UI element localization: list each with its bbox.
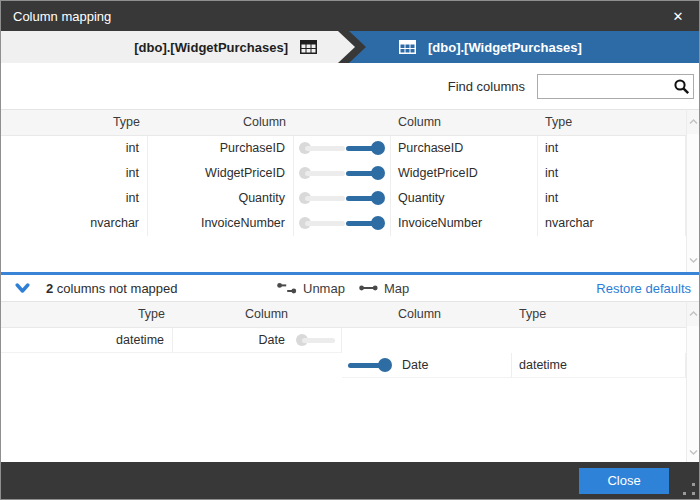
type-left: datetime [1, 328, 173, 353]
map-icon [359, 283, 378, 293]
table-breadcrumb: [dbo].[WidgetPurchases] [dbo].[WidgetPur… [1, 31, 699, 63]
header-type-right: Type [538, 110, 686, 135]
scroll-down-icon[interactable] [687, 439, 699, 464]
header-column-right: Column [391, 110, 538, 135]
chevron-down-icon [15, 283, 30, 294]
table-icon [399, 40, 416, 54]
close-button[interactable]: Close [579, 468, 669, 494]
close-icon[interactable]: ✕ [667, 5, 689, 27]
target-table-header: [dbo].[WidgetPurchases] [349, 31, 700, 63]
header-column-right: Column [391, 302, 512, 327]
search-icon[interactable] [673, 78, 690, 95]
type-right: int [538, 136, 686, 161]
column-left: Date [259, 328, 285, 353]
scroll-up-icon[interactable] [687, 301, 699, 326]
slider-track [305, 196, 345, 201]
title-bar: Column mapping ✕ [1, 1, 699, 31]
source-table-name: [dbo].[WidgetPurchases] [134, 40, 288, 55]
mapped-grid-header: Type Column Column Type [1, 109, 686, 136]
unmapped-columns-grid: Type Column Column Type datetime Date [1, 301, 699, 464]
slider-track [305, 221, 345, 226]
map-label: Map [384, 281, 409, 296]
header-column-left: Column [148, 110, 294, 135]
column-left: PurchaseID [148, 136, 294, 161]
unmap-icon [277, 282, 297, 295]
table-row: int PurchaseID PurchaseID int [1, 136, 686, 161]
column-right: PurchaseID [391, 136, 538, 161]
unmapped-grid-header: Type Column Column Type [1, 301, 686, 328]
mapping-slider-unmapped-right[interactable] [348, 357, 392, 373]
resize-grip[interactable] [683, 483, 695, 495]
mapping-slider-mapped[interactable] [299, 215, 385, 231]
column-mapping-dialog: Column mapping ✕ [dbo].[WidgetPurchases]… [0, 0, 700, 500]
table-icon [300, 40, 317, 54]
table-row: datetime Date [1, 328, 686, 353]
unmapped-count-text: 2 columns not mapped [46, 281, 178, 296]
find-columns-label: Find columns [448, 79, 525, 94]
search-box [537, 74, 694, 99]
column-left-cell: Date [173, 328, 342, 353]
column-right: Quantity [391, 186, 538, 211]
type-left: int [1, 136, 148, 161]
scrollbar-vertical[interactable] [686, 301, 699, 464]
type-right: datetime [512, 353, 686, 378]
column-left: Quantity [148, 186, 294, 211]
column-right: Date [402, 353, 428, 378]
footer-bar: Close [1, 462, 700, 499]
column-right: InvoiceNumber [391, 211, 538, 236]
unmapped-count: 2 [46, 281, 53, 296]
slider-handle[interactable] [371, 166, 385, 180]
slider-track [302, 338, 335, 343]
slider-blue-bar [348, 363, 382, 368]
source-table-header: [dbo].[WidgetPurchases] [1, 31, 355, 63]
slider-handle[interactable] [371, 141, 385, 155]
mapping-slider-mapped[interactable] [299, 165, 385, 181]
type-left: nvarchar [1, 211, 148, 236]
restore-defaults-link[interactable]: Restore defaults [596, 275, 691, 301]
type-right: int [538, 186, 686, 211]
table-row: nvarchar InvoiceNumber InvoiceNumber nva… [1, 211, 686, 236]
type-right: nvarchar [538, 211, 686, 236]
search-input[interactable] [537, 74, 694, 99]
dialog-title: Column mapping [13, 9, 111, 24]
scrollbar-vertical[interactable] [686, 109, 699, 272]
slider-track [305, 146, 345, 151]
type-left: int [1, 161, 148, 186]
slider-track [305, 171, 345, 176]
header-type-left: Type [1, 302, 173, 327]
mapping-slider-mapped[interactable] [299, 140, 385, 156]
type-right: int [538, 161, 686, 186]
slider-handle[interactable] [378, 358, 392, 372]
table-row: Date datetime [1, 353, 686, 378]
mapping-slider-mapped[interactable] [299, 190, 385, 206]
unmap-label: Unmap [303, 281, 345, 296]
slider-handle[interactable] [371, 216, 385, 230]
table-row: int Quantity Quantity int [1, 186, 686, 211]
header-type-left: Type [1, 110, 148, 135]
unmapped-toolbar: 2 columns not mapped Unmap Map Restore d… [1, 275, 699, 301]
scroll-up-icon[interactable] [687, 109, 699, 134]
collapse-section-button[interactable] [14, 280, 30, 296]
column-right: WidgetPriceID [391, 161, 538, 186]
column-left: WidgetPriceID [148, 161, 294, 186]
header-type-right: Type [512, 302, 686, 327]
map-button[interactable]: Map [359, 275, 409, 301]
header-column-left: Column [173, 302, 296, 327]
column-right-cell: Date [342, 353, 512, 378]
scroll-down-icon[interactable] [687, 247, 699, 272]
mapping-slider-unmapped-left[interactable] [296, 332, 336, 348]
find-columns-row: Find columns [1, 63, 699, 109]
mapped-columns-grid: Type Column Column Type int PurchaseID [1, 109, 699, 272]
type-left: int [1, 186, 148, 211]
target-table-name: [dbo].[WidgetPurchases] [428, 40, 582, 55]
slider-handle[interactable] [371, 191, 385, 205]
unmap-button[interactable]: Unmap [277, 275, 345, 301]
column-left: InvoiceNumber [148, 211, 294, 236]
table-row: int WidgetPriceID WidgetPriceID int [1, 161, 686, 186]
